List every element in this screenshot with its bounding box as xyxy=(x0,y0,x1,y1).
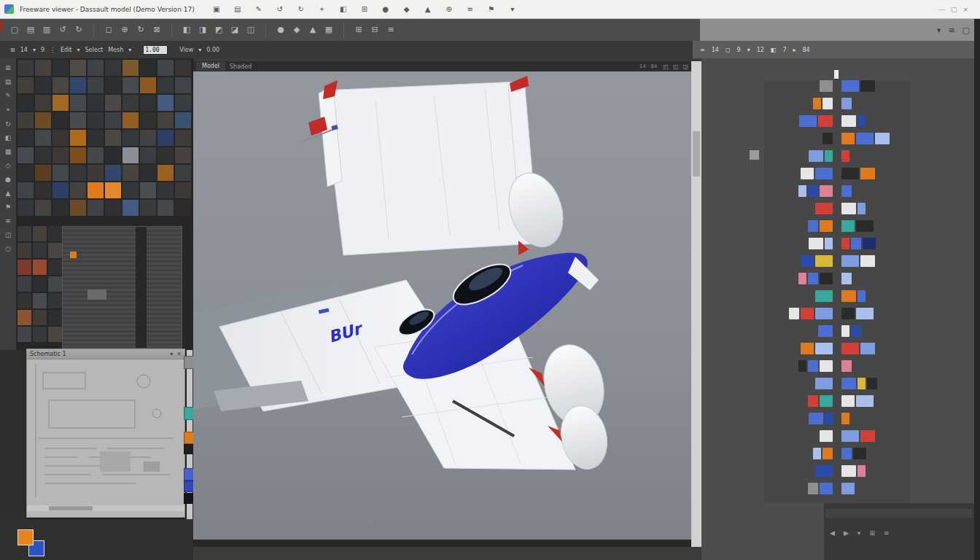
thumbnail-tile[interactable] xyxy=(122,182,139,198)
mesh-primitive-icon[interactable]: ▦ xyxy=(322,22,336,38)
thumbnail-tile[interactable] xyxy=(88,165,104,181)
palette-chip[interactable] xyxy=(841,430,859,442)
thumbnail-tile[interactable] xyxy=(18,130,34,146)
redo-icon[interactable]: ↻ xyxy=(295,5,307,14)
thumbnail-tile[interactable] xyxy=(70,130,86,146)
thumbnail-tile[interactable] xyxy=(88,60,104,76)
palette-chip[interactable] xyxy=(860,343,875,354)
thumbnail-tile[interactable] xyxy=(140,77,156,93)
menu-icon[interactable]: ≡ xyxy=(884,529,890,537)
palette-chip[interactable] xyxy=(808,360,818,372)
thumbnail-tile[interactable] xyxy=(18,95,34,111)
thumbnail-tile[interactable] xyxy=(158,112,174,128)
grid-icon[interactable]: ⊞ xyxy=(359,5,370,14)
view-bottom-left-icon[interactable]: ◱ xyxy=(673,63,679,70)
thumbnail-tile[interactable] xyxy=(88,147,104,163)
palette-chip[interactable] xyxy=(798,360,806,372)
stray-swatch[interactable] xyxy=(750,150,759,160)
dropdown-icon[interactable]: ▾ xyxy=(937,26,941,35)
prev-frame-icon[interactable]: ◀ xyxy=(830,529,835,537)
split-view-icon[interactable]: ⊞ xyxy=(351,22,366,38)
thumbnail-tile[interactable] xyxy=(33,243,47,258)
thumbnail-tile[interactable] xyxy=(175,60,191,76)
thumbnail-tile[interactable] xyxy=(158,60,174,76)
thumbnail-tile[interactable] xyxy=(52,130,69,146)
palette-chip[interactable] xyxy=(841,343,859,354)
thumbnail-tile[interactable] xyxy=(33,293,47,308)
palette-chip[interactable] xyxy=(841,325,849,337)
palette-chip[interactable] xyxy=(841,448,852,459)
draw-tool-icon[interactable]: ✎ xyxy=(5,92,11,99)
palette-chip[interactable] xyxy=(820,185,833,197)
schematic-titlebar[interactable]: Schematic 1 ▾× xyxy=(27,349,184,359)
thumbnail-tile[interactable] xyxy=(122,200,139,216)
merge-view-icon[interactable]: ⊟ xyxy=(368,22,382,38)
thumbnail-tile[interactable] xyxy=(35,182,51,198)
thumbnail-tile[interactable] xyxy=(35,147,51,163)
thumbnail-tile[interactable] xyxy=(48,226,62,241)
layers-tool-icon[interactable]: ▤ xyxy=(5,78,12,85)
rotate-tool-icon[interactable]: ↻ xyxy=(5,120,11,128)
palette-chip[interactable] xyxy=(841,115,856,127)
palette-chip[interactable] xyxy=(820,483,833,494)
thumbnail-tile[interactable] xyxy=(18,293,31,308)
cone-icon[interactable]: ▲ xyxy=(422,5,434,14)
thumbnail-tile[interactable] xyxy=(18,260,31,275)
thumbnail-tile[interactable] xyxy=(52,112,69,128)
thumbnail-tile[interactable] xyxy=(18,243,31,258)
palette-chip[interactable] xyxy=(841,483,855,494)
menu-icon[interactable]: ≡ xyxy=(948,26,954,35)
thumbnail-tile[interactable] xyxy=(70,165,86,181)
thumbnail-tile[interactable] xyxy=(35,130,51,146)
flag-tool-icon[interactable]: ⚑ xyxy=(5,203,11,211)
thumbnail-tile[interactable] xyxy=(18,226,31,241)
undo-icon[interactable]: ↺ xyxy=(274,5,286,14)
palette-chip[interactable] xyxy=(856,395,874,407)
palette-chip[interactable] xyxy=(851,238,861,249)
circle-tool-icon[interactable]: ○ xyxy=(5,245,11,252)
thumbnail-tile[interactable] xyxy=(88,200,104,216)
thumbnail-tile[interactable] xyxy=(35,77,51,93)
texture-preview[interactable] xyxy=(62,226,182,349)
thumbnail-tile[interactable] xyxy=(70,112,86,128)
thumbnail-tile[interactable] xyxy=(70,200,86,216)
palette-chip[interactable] xyxy=(808,395,818,407)
scrollbar-thumb[interactable] xyxy=(693,131,700,176)
thumbnail-tile[interactable] xyxy=(158,147,174,163)
palette-chip[interactable] xyxy=(822,98,833,109)
palette-chip[interactable] xyxy=(799,115,817,127)
palette-chip[interactable] xyxy=(789,308,799,319)
thumbnail-tile[interactable] xyxy=(88,130,104,146)
hidden-line-icon[interactable]: ◩ xyxy=(211,22,226,38)
schematic-scroll-thumb[interactable] xyxy=(49,506,93,510)
thumbnail-tile[interactable] xyxy=(122,60,139,76)
palette-chip[interactable] xyxy=(841,273,852,284)
palette-chip[interactable] xyxy=(841,255,859,267)
move-tool-icon[interactable]: ⊕ xyxy=(117,22,132,38)
palette-chip[interactable] xyxy=(820,360,833,372)
palette-chip[interactable] xyxy=(841,395,855,407)
thumbnail-tile[interactable] xyxy=(140,147,156,163)
box-primitive-icon[interactable]: ◆ xyxy=(289,22,304,38)
thumbnail-tile[interactable] xyxy=(18,200,34,216)
palette-chip[interactable] xyxy=(820,80,833,92)
palette-chip[interactable] xyxy=(809,238,823,249)
right-splitter[interactable] xyxy=(691,61,701,547)
thumbnail-tile[interactable] xyxy=(35,165,51,181)
palette-chip[interactable] xyxy=(841,133,855,144)
palette-chip[interactable] xyxy=(841,238,849,249)
palette-chip[interactable] xyxy=(853,448,866,459)
palette-chip[interactable] xyxy=(809,413,823,424)
dropdown-icon[interactable]: ▾ xyxy=(507,5,518,14)
panel-tool-icon[interactable]: ◫ xyxy=(5,231,12,238)
thumbnail-tile[interactable] xyxy=(105,200,121,216)
schematic-window[interactable]: Schematic 1 ▾× xyxy=(26,349,185,518)
palette-chip[interactable] xyxy=(841,98,852,109)
shade-tool-icon[interactable]: ◧ xyxy=(5,134,12,141)
palette-chip[interactable] xyxy=(820,430,833,442)
shading-icon[interactable]: ◧ xyxy=(338,5,349,14)
open-file-icon[interactable]: ▤ xyxy=(23,22,38,38)
thumbnail-tile[interactable] xyxy=(18,165,34,181)
palette-chip[interactable] xyxy=(851,325,861,337)
thumbnail-tile[interactable] xyxy=(48,327,62,342)
